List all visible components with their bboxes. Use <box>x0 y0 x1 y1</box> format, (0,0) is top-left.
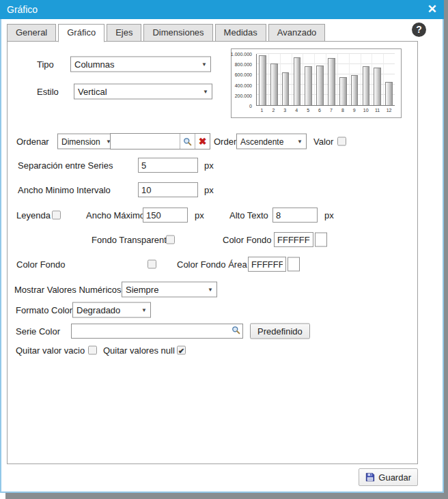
chart-x-tick-label: 11 <box>372 108 383 113</box>
quitar-null-label: Quitar valores null <box>103 345 175 356</box>
color-fondo-check-label: Color Fondo <box>16 259 66 270</box>
row-mostrar-valores: Mostrar Valores Numéricos Siempre ▼ <box>8 281 417 298</box>
valor-label: Valor <box>313 137 333 147</box>
save-button[interactable]: Guardar <box>359 468 418 486</box>
color-fondo-checkbox[interactable] <box>148 260 156 269</box>
mostrar-valores-select[interactable]: Siempre ▼ <box>122 282 217 298</box>
chevron-down-icon: ▼ <box>203 89 208 95</box>
search-icon[interactable] <box>232 325 240 337</box>
tab-general[interactable]: General <box>7 24 56 42</box>
predefinido-button[interactable]: Predefinido <box>250 324 310 339</box>
row-ordenar: Ordenar Dimension ▼ ✖ Orden <box>8 132 417 150</box>
search-icon[interactable] <box>180 134 195 149</box>
row-color-fondo: Color Fondo Color Fondo Área <box>8 255 417 273</box>
chart-gridline <box>303 54 303 105</box>
chart-bar <box>374 68 381 106</box>
chart-plot-area <box>256 54 395 106</box>
row-serie-color: Serie Color Predefinido <box>8 322 417 341</box>
ancho-minimo-input[interactable] <box>138 182 198 197</box>
serie-color-label: Serie Color <box>16 326 60 337</box>
chart-y-tick-label: 600.000 <box>235 72 252 77</box>
tab-dimensiones[interactable]: Dimensiones <box>143 24 212 42</box>
ordenar-type-value: Dimension <box>61 137 100 146</box>
quitar-vacio-checkbox[interactable] <box>88 346 97 355</box>
dialog-shadow-right <box>444 0 448 499</box>
chart-bar <box>351 75 359 105</box>
row-fondo-transparente: Fondo Transparente Color Fondo <box>8 231 417 248</box>
dialog-titlebar: Gráfico ✕ <box>0 0 444 19</box>
color-fondo-label: Color Fondo <box>223 235 272 245</box>
chart-bar <box>316 66 324 105</box>
chart-gridline <box>314 54 315 105</box>
save-button-label: Guardar <box>378 472 411 483</box>
chevron-down-icon: ▼ <box>201 61 207 68</box>
quitar-null-checkbox[interactable]: ✔ <box>177 346 186 355</box>
tab-gráfico[interactable]: Gráfico <box>58 24 104 42</box>
ancho-maximo-input[interactable] <box>143 208 188 223</box>
mostrar-valores-label: Mostrar Valores Numéricos <box>14 285 122 295</box>
chart-x-tick-label: 9 <box>348 108 360 113</box>
dialog-body: GeneralGráficoEjesDimensionesMedidasAvan… <box>1 19 443 491</box>
color-fondo-input[interactable] <box>274 232 313 247</box>
orden-label: Orden <box>214 137 238 147</box>
ancho-maximo-unit: px <box>195 210 204 220</box>
chart-preview: 0200.000400.000600.000800.0001.000.000 1… <box>231 48 402 118</box>
ancho-maximo-label: Ancho Máximo <box>86 210 145 220</box>
chart-bar <box>385 82 393 106</box>
close-icon[interactable]: ✕ <box>428 2 437 16</box>
chart-gridline <box>372 54 372 105</box>
chart-gridline <box>268 54 269 105</box>
grafico-tab-panel: Tipo Columnas ▼ Estilo Vertical ▼ <box>7 41 418 464</box>
tab-avanzado[interactable]: Avanzado <box>268 24 326 42</box>
color-fondo-area-input[interactable] <box>248 257 286 272</box>
help-icon[interactable]: ? <box>412 23 426 37</box>
mostrar-valores-value: Siempre <box>126 285 158 295</box>
tab-medidas[interactable]: Medidas <box>215 24 266 42</box>
chart-bar <box>363 66 370 105</box>
chart-x-tick-label: 10 <box>360 108 372 113</box>
chart-x-tick-label: 1 <box>256 108 268 113</box>
chart-y-tick-label: 200.000 <box>235 94 252 98</box>
ancho-minimo-unit: px <box>204 185 214 195</box>
estilo-label: Estilo <box>37 87 59 97</box>
serie-color-input[interactable] <box>71 324 243 339</box>
orden-select[interactable]: Ascendente ▼ <box>236 134 307 149</box>
chart-bar <box>259 55 266 106</box>
formato-color-select[interactable]: Degradado ▼ <box>72 302 151 318</box>
alto-texto-label: Alto Texto <box>229 210 268 220</box>
chart-settings-dialog: Gráfico ✕ GeneralGráficoEjesDimensionesM… <box>0 0 448 499</box>
chart-x-tick-label: 3 <box>279 108 291 113</box>
dialog-title: Gráfico <box>0 4 38 15</box>
tipo-select-value: Columnas <box>74 59 115 70</box>
chevron-down-icon: ▼ <box>208 287 213 293</box>
chart-x-tick-label: 12 <box>383 108 395 113</box>
chart-gridline <box>349 54 350 105</box>
chart-x-tick-label: 2 <box>268 108 279 113</box>
valor-checkbox[interactable] <box>337 137 346 146</box>
separacion-input[interactable] <box>138 158 198 173</box>
color-fondo-area-swatch[interactable] <box>288 257 300 272</box>
clear-icon[interactable]: ✖ <box>195 134 210 149</box>
ordenar-search-input[interactable] <box>111 134 180 149</box>
alto-texto-input[interactable] <box>272 208 318 223</box>
chart-y-tick-label: 0 <box>249 104 252 109</box>
chart-bar <box>339 77 347 105</box>
tipo-select[interactable]: Columnas ▼ <box>70 57 211 72</box>
dialog-window: Gráfico ✕ GeneralGráficoEjesDimensionesM… <box>0 0 444 493</box>
fondo-transparente-checkbox[interactable] <box>166 236 175 244</box>
row-formato-color: Formato Color Degradado ▼ <box>8 301 417 319</box>
row-quitar: Quitar valor vacio Quitar valores null ✔ <box>8 343 417 358</box>
leyenda-checkbox[interactable] <box>52 211 61 220</box>
row-separacion: Separación entre Series px <box>8 156 417 174</box>
chart-gridline <box>337 54 338 105</box>
ordenar-search-group: ✖ <box>110 133 210 149</box>
color-fondo-swatch[interactable] <box>315 233 327 247</box>
chart-x-tick-label: 7 <box>326 108 337 113</box>
chevron-down-icon: ▼ <box>141 307 147 313</box>
estilo-select-value: Vertical <box>78 87 107 97</box>
estilo-select[interactable]: Vertical ▼ <box>74 84 212 100</box>
ordenar-type-select[interactable]: Dimension ▼ <box>57 134 115 149</box>
tab-ejes[interactable]: Ejes <box>107 24 141 42</box>
leyenda-label: Leyenda <box>16 210 51 220</box>
dialog-shadow-bottom <box>5 493 448 499</box>
